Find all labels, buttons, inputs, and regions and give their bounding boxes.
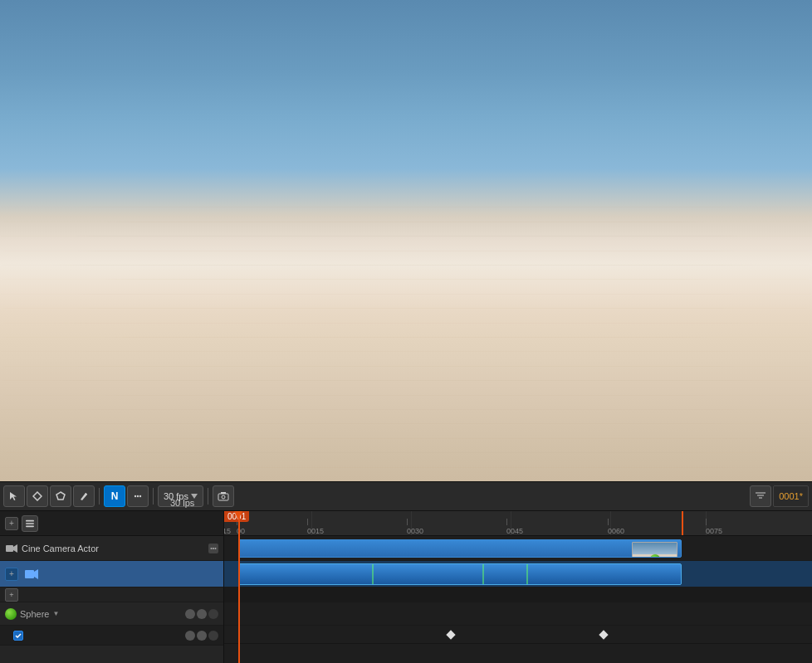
svg-point-20: [213, 548, 214, 549]
timeline-content-panel: -015 00 0015 0030 0045 0060 0075: [224, 511, 812, 663]
main-clip-bar[interactable]: [238, 563, 682, 585]
svg-rect-22: [25, 570, 34, 578]
sphere-sub-dot1[interactable]: [185, 631, 195, 641]
add-keyframe-btn[interactable]: +: [5, 568, 18, 581]
ruler-tick-neg15: -015: [224, 527, 231, 535]
add-row-btn[interactable]: +: [5, 588, 18, 602]
camera-icon: [6, 544, 17, 553]
sphere-chevron[interactable]: ▼: [52, 610, 59, 617]
brush-icon: [79, 491, 89, 501]
camera-clip-thumbnail: [632, 542, 677, 558]
camera-track-icons: [208, 544, 218, 553]
snapshot-btn[interactable]: [213, 485, 234, 507]
ruler-tick-45: 0045: [506, 527, 523, 535]
tool-diamond-btn[interactable]: [27, 485, 48, 507]
thumbnail-sphere: [650, 554, 660, 558]
camera-track-icon: [5, 542, 18, 555]
sep1: [99, 488, 100, 505]
viewport: [0, 0, 812, 481]
timeline-ruler[interactable]: -015 00 0015 0030 0045 0060 0075: [224, 511, 812, 536]
fps-label: 30 fps: [164, 491, 188, 501]
tool-brush-btn[interactable]: [73, 485, 95, 507]
end-marker: [682, 511, 683, 535]
empty-row-1: +: [0, 587, 223, 602]
camera-track-label: Cine Camera Actor: [22, 544, 208, 553]
svg-point-21: [215, 548, 217, 549]
svg-rect-15: [26, 523, 34, 524]
svg-rect-17: [6, 545, 13, 552]
record-mode-btn[interactable]: N: [104, 485, 125, 507]
svg-point-10: [222, 495, 225, 499]
timeline-left-header: +: [0, 511, 223, 536]
camera-track-dots: [208, 544, 218, 553]
svg-marker-1: [33, 492, 42, 500]
svg-point-5: [137, 495, 139, 497]
playhead-arrow: [234, 511, 242, 519]
film-camera-icon: [25, 569, 38, 579]
svg-marker-0: [10, 492, 17, 500]
track-options-btn[interactable]: [22, 515, 38, 532]
svg-marker-23: [34, 569, 38, 579]
sphere-dot2[interactable]: [197, 609, 207, 619]
timeline: + Cine Camera Actor: [0, 511, 812, 663]
tool-select-btn[interactable]: [3, 485, 25, 507]
add-track-btn[interactable]: +: [5, 517, 18, 530]
keyframe-2[interactable]: [599, 630, 608, 639]
main-track-cam-icon: [25, 568, 38, 581]
diamond-icon: [32, 491, 42, 501]
chevron-down-icon: [191, 494, 198, 499]
check-icon: [15, 633, 22, 638]
keyframe-1[interactable]: [446, 630, 455, 639]
svg-point-19: [211, 548, 213, 549]
ruler-label-45: 0045: [506, 527, 523, 535]
ruler-label-30: 0030: [407, 527, 423, 535]
svg-point-4: [135, 495, 136, 497]
tool-pentagon-btn[interactable]: [50, 485, 71, 507]
playhead-line: [238, 511, 240, 663]
toolbar: N 30 fps 0001*: [0, 481, 812, 511]
svg-rect-14: [26, 519, 34, 521]
sphere-track-header: Sphere ▼: [0, 602, 223, 626]
sep3: [208, 488, 208, 505]
ruler-tick-30: 0030: [407, 527, 423, 535]
sphere-sub-dot2[interactable]: [197, 631, 207, 641]
camera-track-header: Cine Camera Actor: [0, 536, 223, 561]
filter-icon: [756, 492, 766, 500]
main-track-content: [224, 561, 812, 587]
dots-icon: [134, 492, 142, 500]
sphere-icons: [185, 609, 218, 619]
cursor-icon: [9, 491, 19, 501]
bar-tick-1: [372, 564, 374, 584]
sphere-track-content: [224, 602, 812, 626]
sphere-object-icon: [5, 608, 17, 620]
svg-marker-2: [56, 492, 65, 500]
sphere-dot1[interactable]: [185, 609, 195, 619]
svg-point-6: [139, 495, 141, 497]
camera-clip-inner: [239, 540, 681, 557]
ruler-label-60: 0060: [608, 527, 624, 535]
ruler-label-15: 0015: [307, 527, 324, 535]
playhead-ruler-marker: [234, 511, 242, 519]
sphere-dot3[interactable]: [208, 609, 218, 619]
svg-marker-18: [13, 544, 17, 553]
track-menu-icon: [26, 519, 34, 528]
bar-tick-2: [482, 564, 484, 584]
bar-tick-3: [526, 564, 528, 584]
camera-clip-bar[interactable]: [238, 539, 682, 558]
sphere-sub-icons: [185, 631, 218, 641]
ruler-label-75: 0075: [706, 527, 722, 535]
sequence-name: 0001*: [779, 491, 803, 501]
sphere-label-text: Sphere: [20, 609, 49, 619]
dots-icon-sm: [210, 546, 217, 551]
more-options-btn[interactable]: [127, 485, 149, 507]
sep2: [153, 488, 154, 505]
sphere-checkbox[interactable]: [13, 631, 23, 641]
sphere-sub-dot3[interactable]: [208, 631, 218, 641]
fps-selector[interactable]: 30 fps: [158, 485, 203, 507]
svg-rect-16: [26, 525, 34, 527]
ruler-label-neg15: -015: [224, 527, 231, 535]
sequence-label[interactable]: 0001*: [773, 485, 809, 507]
thumbnail-bg: [633, 543, 677, 558]
sand-texture: [0, 193, 812, 481]
filter-btn[interactable]: [750, 485, 771, 507]
